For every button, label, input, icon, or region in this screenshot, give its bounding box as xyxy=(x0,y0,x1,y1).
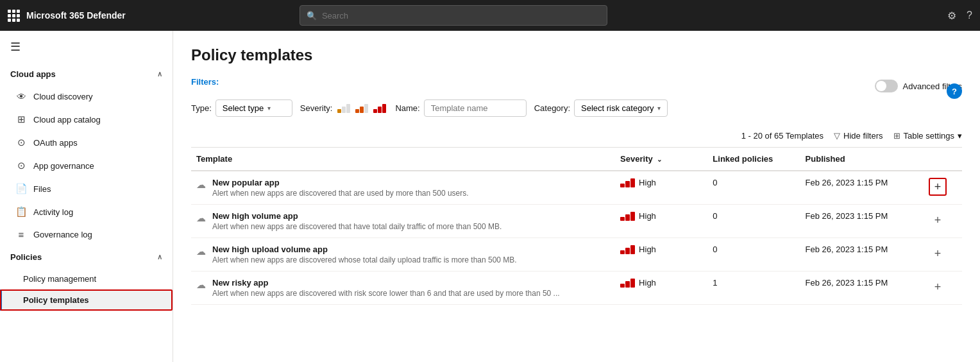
chevron-down-icon: ▾ xyxy=(958,131,962,141)
template-description: Alert when new apps are discovered with … xyxy=(212,289,560,298)
sidebar-item-files[interactable]: 📄 Files xyxy=(0,177,173,200)
sidebar-group-policies[interactable]: Policies ∧ xyxy=(0,246,173,268)
template-cell: ☁ New risky app Alert when new apps are … xyxy=(191,272,615,305)
table-settings-label: Table settings xyxy=(904,131,955,141)
severity-medium-button[interactable] xyxy=(354,103,369,114)
name-input[interactable] xyxy=(424,99,527,117)
content-area: ? Policy templates Filters: Type: Select… xyxy=(173,31,980,362)
name-label: Name: xyxy=(395,103,419,113)
sidebar-hamburger[interactable]: ☰ xyxy=(0,31,173,63)
policy-templates-table: Template Severity ⌄ Linked policies Publ… xyxy=(191,148,962,305)
help-icon[interactable]: ? xyxy=(967,10,972,21)
sidebar-item-label: Policy management xyxy=(23,274,96,284)
published-cell: Feb 26, 2023 1:15 PM xyxy=(800,238,924,272)
severity-high-button[interactable] xyxy=(372,103,387,114)
type-select-value: Select type xyxy=(223,103,264,113)
table-header-row: Template Severity ⌄ Linked policies Publ… xyxy=(191,148,962,171)
files-icon: 📄 xyxy=(15,183,27,194)
add-policy-button[interactable]: + xyxy=(929,178,947,196)
chevron-down-icon: ▾ xyxy=(267,105,271,112)
hide-filters-button[interactable]: ▽ Hide filters xyxy=(834,131,883,141)
type-select[interactable]: Select type ▾ xyxy=(215,99,292,117)
sidebar-item-app-governance[interactable]: ⊙ App governance xyxy=(0,154,173,177)
add-policy-button[interactable]: + xyxy=(929,245,947,263)
table-row: ☁ New high upload volume app Alert when … xyxy=(191,238,962,272)
published-cell: Feb 26, 2023 1:15 PM xyxy=(800,171,924,205)
severity-label: High xyxy=(639,211,656,221)
hide-filters-label: Hide filters xyxy=(843,131,883,141)
sidebar-item-activity-log[interactable]: 📋 Activity log xyxy=(0,200,173,223)
sidebar-item-oauth-apps[interactable]: ⊙ OAuth apps xyxy=(0,131,173,154)
main-layout: ☰ Cloud apps ∧ 👁 Cloud discovery ⊞ Cloud… xyxy=(0,31,980,362)
sidebar-group-label: Policies xyxy=(10,252,42,262)
template-icon: ☁ xyxy=(196,179,206,191)
advanced-filters-toggle[interactable] xyxy=(875,80,898,92)
chevron-up-icon: ∧ xyxy=(157,70,162,78)
severity-filter: Severity: xyxy=(300,103,388,114)
category-select-value: Select risk category xyxy=(581,103,654,113)
col-header-action xyxy=(924,148,962,171)
severity-label: High xyxy=(639,178,656,187)
table-row: ☁ New high volume app Alert when new app… xyxy=(191,205,962,238)
sidebar-group-cloud-apps[interactable]: Cloud apps ∧ xyxy=(0,63,173,85)
cloud-app-catalog-icon: ⊞ xyxy=(15,114,27,125)
category-select[interactable]: Select risk category ▾ xyxy=(574,99,668,117)
app-title: Microsoft 365 Defender xyxy=(26,10,126,21)
severity-label: High xyxy=(639,245,656,254)
linked-cell: 1 xyxy=(707,272,800,305)
sidebar-item-label: Policy templates xyxy=(23,295,89,305)
app-logo: Microsoft 365 Defender xyxy=(8,10,126,22)
table-row: ☁ New popular app Alert when new apps ar… xyxy=(191,171,962,205)
add-policy-button[interactable]: + xyxy=(929,278,947,296)
cloud-discovery-icon: 👁 xyxy=(15,91,27,102)
severity-icons xyxy=(336,103,387,114)
severity-label: Severity: xyxy=(300,103,333,113)
linked-cell: 0 xyxy=(707,171,800,205)
search-input[interactable] xyxy=(322,11,600,21)
app-governance-icon: ⊙ xyxy=(15,160,27,171)
template-cell: ☁ New high volume app Alert when new app… xyxy=(191,205,615,238)
severity-cell: High xyxy=(615,238,707,272)
filters-left: Filters: Type: Select type ▾ Severity: xyxy=(191,77,668,117)
filters-label: Filters: xyxy=(191,77,668,87)
severity-cell: High xyxy=(615,272,707,305)
filters-row: Type: Select type ▾ Severity: xyxy=(191,99,668,117)
severity-bars xyxy=(620,245,635,254)
severity-low-button[interactable] xyxy=(336,103,351,114)
sidebar-item-cloud-discovery[interactable]: 👁 Cloud discovery xyxy=(0,85,173,108)
sidebar-item-policy-management[interactable]: Policy management xyxy=(0,268,173,289)
severity-label: High xyxy=(639,278,656,288)
topbar-actions: ⚙ ? xyxy=(947,10,972,22)
type-filter: Type: Select type ▾ xyxy=(191,99,292,117)
sidebar-group-label: Cloud apps xyxy=(10,69,56,79)
activity-log-icon: 📋 xyxy=(15,206,27,218)
oauth-apps-icon: ⊙ xyxy=(15,137,27,148)
table-settings-button[interactable]: ⊞ Table settings ▾ xyxy=(893,131,963,141)
table-settings-icon: ⊞ xyxy=(893,131,900,141)
severity-cell: High xyxy=(615,171,707,205)
settings-icon[interactable]: ⚙ xyxy=(947,10,956,22)
template-name: New high volume app xyxy=(212,211,502,221)
col-header-linked: Linked policies xyxy=(707,148,800,171)
search-container: 🔍 xyxy=(300,5,607,26)
sidebar-item-label: Activity log xyxy=(33,207,73,217)
sidebar-item-label: Files xyxy=(33,184,51,194)
col-header-severity[interactable]: Severity ⌄ xyxy=(615,148,707,171)
chevron-down-icon: ▾ xyxy=(657,105,661,112)
severity-cell: High xyxy=(615,205,707,238)
search-box[interactable]: 🔍 xyxy=(300,5,607,26)
severity-bars xyxy=(620,178,635,187)
sidebar-item-label: Cloud app catalog xyxy=(33,115,101,125)
sidebar-item-governance-log[interactable]: ≡ Governance log xyxy=(0,223,173,246)
category-filter: Category: Select risk category ▾ xyxy=(534,99,668,117)
template-cell: ☁ New high upload volume app Alert when … xyxy=(191,238,615,272)
governance-log-icon: ≡ xyxy=(15,229,27,240)
template-icon: ☁ xyxy=(196,246,206,257)
help-button[interactable]: ? xyxy=(947,83,962,99)
add-policy-button[interactable]: + xyxy=(929,211,947,229)
template-icon: ☁ xyxy=(196,212,206,224)
sidebar-item-cloud-app-catalog[interactable]: ⊞ Cloud app catalog xyxy=(0,108,173,131)
linked-cell: 0 xyxy=(707,238,800,272)
category-label: Category: xyxy=(534,103,570,113)
sidebar-item-policy-templates[interactable]: Policy templates xyxy=(0,289,173,311)
